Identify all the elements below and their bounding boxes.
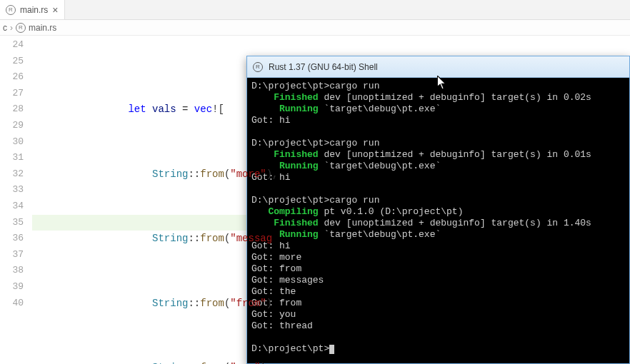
tab-filename: main.rs bbox=[20, 5, 48, 15]
terminal-title-bar[interactable]: R Rust 1.37 (GNU 64-bit) Shell bbox=[247, 56, 629, 78]
line-gutter: 2425262728293031323334353637383940 bbox=[0, 36, 32, 364]
terminal-cursor bbox=[329, 345, 334, 354]
breadcrumb-file[interactable]: main.rs bbox=[29, 23, 56, 33]
terminal-title-text: Rust 1.37 (GNU 64-bit) Shell bbox=[269, 62, 378, 72]
rust-file-icon: R bbox=[6, 5, 16, 15]
chevron-right-icon: › bbox=[10, 23, 13, 33]
breadcrumb-seg1[interactable]: c bbox=[3, 23, 7, 33]
rust-app-icon: R bbox=[253, 62, 263, 72]
rust-file-icon: R bbox=[16, 23, 26, 33]
close-icon[interactable]: × bbox=[52, 5, 58, 15]
terminal-window[interactable]: R Rust 1.37 (GNU 64-bit) Shell D:\projec… bbox=[246, 56, 630, 364]
breadcrumb: c › R main.rs bbox=[0, 20, 630, 36]
editor-tab-main-rs[interactable]: R main.rs × bbox=[0, 0, 65, 19]
terminal-body[interactable]: D:\project\pt>cargo run Finished dev [un… bbox=[247, 78, 629, 363]
editor-tab-bar: R main.rs × bbox=[0, 0, 630, 20]
